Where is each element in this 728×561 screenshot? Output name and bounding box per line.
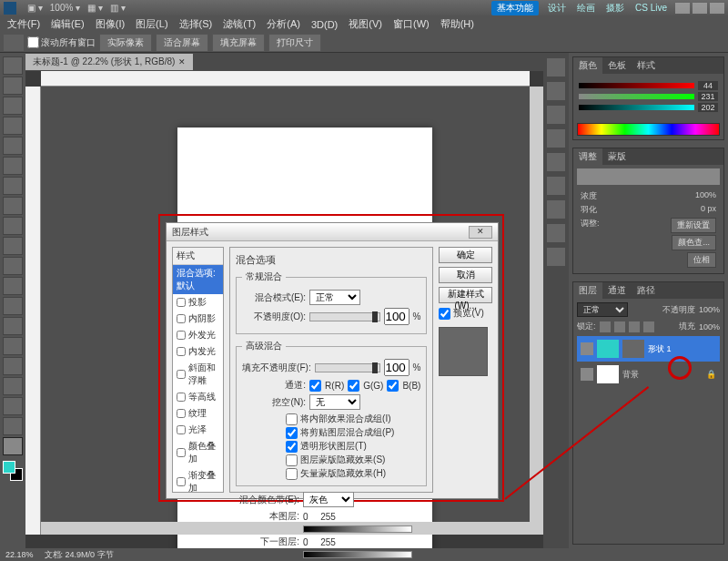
blendif-select[interactable]: 灰色	[303, 492, 354, 507]
btn-print-size[interactable]: 打印尺寸	[268, 34, 321, 52]
cslive-link[interactable]: CS Live	[635, 3, 667, 13]
lock-pos-icon[interactable]	[629, 321, 640, 332]
tab-adjust[interactable]: 调整	[573, 148, 602, 165]
brush-panel-icon[interactable]	[547, 106, 565, 124]
blend-mode-select[interactable]: 正常	[577, 302, 628, 317]
path-tool[interactable]	[3, 377, 23, 395]
tab-color[interactable]: 颜色	[573, 57, 602, 74]
newstyle-button[interactable]: 新建样式(W)...	[439, 287, 492, 303]
under-layer-gradient[interactable]	[303, 551, 412, 558]
s-value[interactable]: 231	[698, 92, 718, 101]
blend-mode-select[interactable]: 正常	[309, 290, 360, 305]
ko-opt5[interactable]	[286, 468, 298, 480]
pen-tool[interactable]	[3, 337, 23, 355]
hand-tool[interactable]	[3, 417, 23, 435]
tab-mask[interactable]: 蒙版	[602, 148, 632, 165]
this-layer-gradient[interactable]	[303, 525, 412, 533]
h-slider[interactable]	[579, 83, 694, 88]
style-gradoverlay[interactable]: 渐变叠加	[173, 467, 223, 493]
layer-background[interactable]: 背景 🔒	[577, 362, 720, 387]
menu-file[interactable]: 文件(F)	[2, 15, 46, 33]
b-value[interactable]: 202	[698, 103, 718, 112]
menu-analysis[interactable]: 分析(A)	[261, 15, 306, 33]
ko-opt3[interactable]	[286, 441, 298, 453]
eyedrop-tool[interactable]	[3, 157, 23, 175]
status-zoom[interactable]: 22.18%	[5, 550, 34, 559]
ko-opt4[interactable]	[286, 454, 298, 466]
lock-pixel-icon[interactable]	[614, 321, 625, 332]
min-button[interactable]	[675, 3, 690, 14]
style-texture[interactable]: 纹理	[173, 405, 223, 422]
lock-all-icon[interactable]	[643, 321, 654, 332]
btn-actual-pixels[interactable]: 实际像素	[99, 34, 152, 52]
dialog-titlebar[interactable]: 图层样式 ✕	[167, 223, 498, 241]
cancel-button[interactable]: 取消	[439, 267, 492, 283]
btn-invert[interactable]: 位相	[687, 252, 716, 268]
eraser-tool[interactable]	[3, 257, 23, 275]
lasso-tool[interactable]	[3, 97, 23, 115]
nav-panel-icon[interactable]	[547, 200, 565, 219]
move-tool[interactable]	[3, 56, 23, 75]
arrange-combo[interactable]: ▦ ▾	[87, 3, 103, 13]
hue-strip[interactable]	[577, 123, 720, 136]
style-blendopts[interactable]: 混合选项:默认	[173, 265, 223, 294]
menu-filter[interactable]: 滤镜(T)	[217, 15, 261, 33]
ok-button[interactable]: 确定	[439, 247, 492, 263]
eye-icon[interactable]	[581, 342, 593, 355]
btn-mask-edge[interactable]: 重新设置	[671, 218, 716, 233]
h-value[interactable]: 44	[698, 81, 718, 90]
stamp-tool[interactable]	[3, 217, 23, 235]
layout-combo[interactable]: ▣ ▾	[27, 3, 43, 13]
tab-layers[interactable]: 图层	[573, 282, 602, 299]
menu-select[interactable]: 选择(S)	[174, 15, 218, 33]
tab-styles[interactable]: 样式	[632, 57, 661, 74]
menu-help[interactable]: 帮助(H)	[435, 15, 480, 33]
zoom-tool[interactable]	[3, 437, 23, 455]
heal-tool[interactable]	[3, 177, 23, 195]
fill-input[interactable]	[384, 359, 410, 376]
screen-combo[interactable]: ▥ ▾	[110, 3, 126, 13]
preview-check[interactable]: 预览(V)	[439, 307, 492, 320]
style-innerglow[interactable]: 内发光	[173, 343, 223, 360]
btn-fill-screen[interactable]: 填充屏幕	[212, 34, 265, 52]
tab-channels[interactable]: 通道	[602, 282, 632, 299]
actions-icon[interactable]	[547, 82, 565, 100]
opacity-input[interactable]	[384, 308, 410, 325]
b-slider[interactable]	[579, 105, 694, 110]
history-brush-tool[interactable]	[3, 237, 23, 255]
color-swatches[interactable]	[3, 461, 23, 481]
gradient-tool[interactable]	[3, 277, 23, 295]
ko-opt1[interactable]	[286, 413, 298, 425]
layer-fill-value[interactable]: 100%	[699, 322, 720, 332]
s-slider[interactable]	[579, 94, 694, 99]
clone-panel-icon[interactable]	[547, 129, 565, 148]
dialog-close-button[interactable]: ✕	[469, 226, 492, 239]
history-icon[interactable]	[547, 58, 565, 76]
style-bevel[interactable]: 斜面和浮雕	[173, 360, 223, 389]
tab-close-icon[interactable]: ✕	[178, 57, 186, 66]
style-coloroverlay[interactable]: 颜色叠加	[173, 438, 223, 467]
menu-edit[interactable]: 编辑(E)	[46, 15, 90, 33]
menu-view[interactable]: 视图(V)	[343, 15, 388, 33]
density-value[interactable]: 100%	[695, 190, 716, 202]
menu-3d[interactable]: 3D(D)	[306, 17, 343, 32]
swatch-panel-icon[interactable]	[547, 248, 565, 266]
status-docinfo[interactable]: 文档: 24.9M/0 字节	[45, 549, 114, 561]
menu-layer[interactable]: 图层(L)	[130, 15, 173, 33]
opacity-slider[interactable]	[309, 312, 379, 321]
workspace-pill[interactable]: 基本功能	[491, 1, 539, 15]
blur-tool[interactable]	[3, 297, 23, 315]
dodge-tool[interactable]	[3, 317, 23, 335]
style-innershadow[interactable]: 内阴影	[173, 311, 223, 327]
knockout-select[interactable]: 无	[309, 394, 360, 410]
ws-link-photo[interactable]: 摄影	[606, 2, 624, 15]
close-button[interactable]	[710, 3, 724, 14]
style-outerglow[interactable]: 外发光	[173, 327, 223, 343]
style-satin[interactable]: 光泽	[173, 422, 223, 438]
max-button[interactable]	[693, 3, 707, 14]
scroll-vertical[interactable]	[530, 87, 543, 535]
wand-tool[interactable]	[3, 117, 23, 135]
fill-slider[interactable]	[315, 363, 380, 372]
tab-paths[interactable]: 路径	[632, 282, 661, 299]
para-panel-icon[interactable]	[547, 177, 565, 195]
